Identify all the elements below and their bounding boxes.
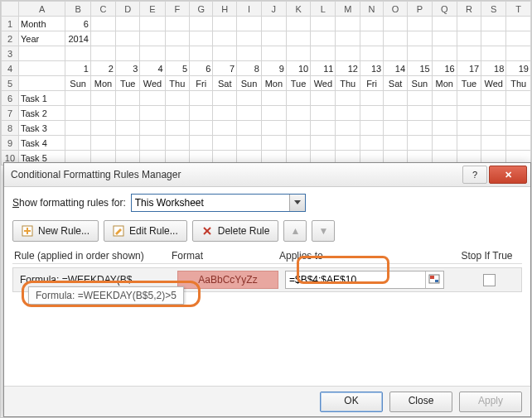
cell[interactable] — [140, 106, 165, 121]
cell[interactable]: 16 — [432, 61, 457, 76]
cell[interactable] — [360, 136, 383, 151]
cell[interactable] — [140, 121, 165, 136]
cell[interactable] — [165, 136, 189, 151]
cell[interactable] — [213, 106, 237, 121]
cell[interactable] — [90, 106, 115, 121]
cell[interactable]: Sat — [213, 76, 237, 91]
cell[interactable] — [506, 106, 531, 121]
cell[interactable] — [90, 31, 115, 46]
cell[interactable] — [286, 106, 310, 121]
cell[interactable] — [261, 31, 286, 46]
cell[interactable] — [190, 91, 213, 106]
cell[interactable] — [506, 31, 531, 46]
cell[interactable] — [18, 76, 65, 91]
column-header[interactable]: B — [65, 2, 91, 17]
cell[interactable]: Task 2 — [18, 106, 65, 121]
cell[interactable]: 7 — [213, 61, 237, 76]
cell[interactable] — [261, 17, 286, 31]
cell[interactable]: Year — [18, 31, 65, 46]
ok-button[interactable]: OK — [320, 392, 383, 412]
cell[interactable] — [311, 121, 336, 136]
cell[interactable] — [311, 31, 336, 46]
row-header[interactable]: 6 — [2, 91, 19, 106]
cell[interactable] — [408, 31, 433, 46]
row-header[interactable]: 1 — [2, 17, 19, 31]
row-header[interactable]: 3 — [2, 46, 19, 61]
cell[interactable] — [408, 121, 433, 136]
cell[interactable] — [457, 136, 481, 151]
cell[interactable]: Task 1 — [18, 91, 65, 106]
cell[interactable] — [384, 46, 408, 61]
cell[interactable] — [432, 106, 457, 121]
chevron-down-icon[interactable] — [289, 195, 305, 211]
cell[interactable] — [336, 17, 360, 31]
cell[interactable] — [140, 46, 165, 61]
cell[interactable] — [115, 31, 139, 46]
column-header[interactable]: D — [115, 2, 139, 17]
cell[interactable] — [140, 31, 165, 46]
cell[interactable] — [360, 31, 383, 46]
cell[interactable]: Task 4 — [18, 136, 65, 151]
cell[interactable] — [18, 46, 65, 61]
cell[interactable] — [311, 17, 336, 31]
close-button[interactable]: Close — [389, 392, 452, 412]
cell[interactable] — [360, 121, 383, 136]
cell[interactable] — [165, 31, 189, 46]
cell[interactable] — [408, 136, 433, 151]
cell[interactable] — [506, 91, 531, 106]
cell[interactable]: 4 — [140, 61, 165, 76]
cell[interactable]: Tue — [115, 76, 139, 91]
cell[interactable] — [360, 46, 383, 61]
column-header[interactable]: P — [408, 2, 433, 17]
cell[interactable]: Sun — [237, 76, 262, 91]
cell[interactable] — [90, 17, 115, 31]
cell[interactable]: Thu — [336, 76, 360, 91]
cell[interactable] — [261, 46, 286, 61]
cell[interactable] — [261, 91, 286, 106]
cell[interactable] — [481, 136, 506, 151]
window-close-button[interactable]: ✕ — [489, 166, 527, 184]
cell[interactable] — [286, 91, 310, 106]
cell[interactable] — [286, 17, 310, 31]
cell[interactable]: Sun — [408, 76, 433, 91]
cell[interactable] — [360, 106, 383, 121]
cell[interactable]: Mon — [432, 76, 457, 91]
column-header[interactable]: O — [384, 2, 408, 17]
cell[interactable]: Mon — [90, 76, 115, 91]
cell[interactable] — [481, 106, 506, 121]
cell[interactable]: 2014 — [65, 31, 91, 46]
cell[interactable] — [213, 91, 237, 106]
apply-button[interactable]: Apply — [459, 392, 522, 412]
cell[interactable] — [190, 136, 213, 151]
cell[interactable] — [115, 17, 139, 31]
cell[interactable] — [286, 46, 310, 61]
cell[interactable] — [506, 46, 531, 61]
cell[interactable]: Fri — [360, 76, 383, 91]
cell[interactable] — [237, 136, 262, 151]
cell[interactable] — [432, 46, 457, 61]
cell[interactable] — [115, 46, 139, 61]
cell[interactable] — [237, 46, 262, 61]
cell[interactable]: Tue — [457, 76, 481, 91]
column-header[interactable]: K — [286, 2, 310, 17]
cell[interactable]: 17 — [457, 61, 481, 76]
cell[interactable]: Tue — [286, 76, 310, 91]
cell[interactable]: Month — [18, 17, 65, 31]
cell[interactable] — [432, 17, 457, 31]
cell[interactable] — [140, 91, 165, 106]
cell[interactable] — [481, 46, 506, 61]
range-picker-icon[interactable] — [425, 271, 443, 288]
column-header[interactable]: S — [481, 2, 506, 17]
cell[interactable] — [261, 136, 286, 151]
edit-rule-button[interactable]: Edit Rule... — [104, 220, 187, 242]
cell[interactable] — [506, 17, 531, 31]
cell[interactable] — [165, 17, 189, 31]
cell[interactable] — [384, 136, 408, 151]
cell[interactable]: 14 — [384, 61, 408, 76]
cell[interactable] — [481, 31, 506, 46]
cell[interactable]: 10 — [286, 61, 310, 76]
cell[interactable]: 18 — [481, 61, 506, 76]
move-up-button[interactable]: ▲ — [283, 220, 307, 242]
cell[interactable] — [90, 136, 115, 151]
cell[interactable] — [115, 106, 139, 121]
